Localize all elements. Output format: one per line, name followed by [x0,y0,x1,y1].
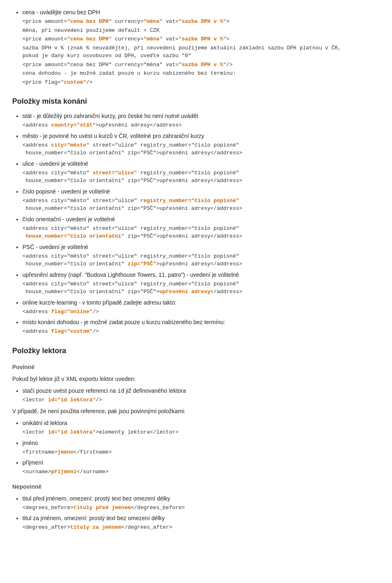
code-ulice: <address city="město" street="ulice" reg… [22,169,380,185]
code-stat: <address country="stát">upřesnění adresy… [22,121,380,129]
code-titul-pred: <degrees_before>tituly před jménem</degr… [22,504,380,512]
list-item-stat: stát - je důležitý pro zahraniční kurzy,… [22,112,380,129]
list-item-id: unikátní id lektora <lector id="id lekto… [22,419,380,436]
list-item-titul-pred: titul před jménem, omezení: prostý text … [22,494,380,512]
list-item-ulice: ulice - uvedení je volitelné <address ci… [22,160,380,185]
item-label: ulice - uvedení je volitelné [22,160,88,167]
intro-text-lektor: Pokud byl lektor již v XML exportu lekto… [12,375,380,383]
list-item-jmeno: jméno <firstname>jméno</firstname> [22,439,380,456]
list-item: cena - uvádějte cenu bez DPH <price amou… [22,8,380,86]
list-item-reference: stačí pouze uvést pouze referenci na id … [22,387,380,404]
item-label: jméno [22,440,38,446]
item-label: město - je povinné ho uvést u kurzů v ČR… [22,133,204,139]
code-block: cena dohodou - je možné zadat pouze u ku… [22,69,380,78]
section-title-lektor: Položky lektora [12,345,380,356]
item-label: PSČ - uvedení je volitelné [22,244,88,250]
subsection-nepovinne: Nepovinné [12,483,380,491]
item-label: unikátní id lektora [22,420,67,426]
code-prijmeni: <surname>příjmení</surname> [22,468,380,476]
code-jmeno: <firstname>jméno</firstname> [22,448,380,456]
list-item-psc: PSČ - uvedení je volitelné <address city… [22,243,380,268]
item-label: číslo orientační - uvedení je volitelné [22,216,115,223]
list-item-prijmeni: příjmení <surname>příjmení</surname> [22,458,380,476]
item-label: online kurz/e-learning - v tomto případě… [22,299,176,306]
intro-block: cena - uvádějte cenu bez DPH <price amou… [12,8,380,86]
code-block: měna, při neuvedení použijeme default = … [22,27,380,35]
list-item-custom-misto: místo konání dohodou - je možné zadat po… [22,318,380,336]
code-titul-za: <degrees_after>tituly za jménem</degrees… [22,523,380,532]
item-label: příjmení [22,459,43,466]
item-label: upřesnění adresy (např. "Budova Lighthou… [22,271,239,278]
item-label: titul za jménem, omezení: prostý text be… [22,515,165,521]
item-label: místo konání dohodou - je možné zadat po… [22,319,225,325]
section-misto: Položky místa konání stát - je důležitý … [12,96,380,336]
item-label: stát - je důležitý pro zahraniční kurzy,… [22,113,198,119]
item-label: titul před jménem, omezení: prostý text … [22,495,170,502]
code-block: <price flag="custom"/> [22,78,380,87]
code-id: <lector id="id lektora">elementy lektora… [22,428,380,436]
list-item-upresneni: upřesnění adresy (např. "Budova Lighthou… [22,271,380,296]
code-mesto: <address city="město" street="ulice" reg… [22,141,380,157]
subsection-povinne: Povinné [12,363,380,372]
code-block: <price amount="cena bez DPH" currency="m… [22,61,380,69]
code-cislo-popisne: <address city="město" street="ulice" reg… [22,197,380,213]
intro-text2-lektor: V případě, že není použita reference, pa… [12,407,380,416]
code-custom-misto: <address flag="custom"/> [22,327,380,336]
list-item-cislo-popisne: číslo popisné - uvedení je volitelné <ad… [22,187,380,213]
code-cislo-orientacni: <address city="město" street="ulice" reg… [22,225,380,240]
code-upresneni: <address city="město" street="ulice" reg… [22,280,380,296]
list-item-mesto: město - je povinné ho uvést u kurzů v ČR… [22,132,380,157]
code-block: sazba DPH v % (znak % neuvádějte), při n… [22,44,380,60]
code-online: <address flag="online"/> [22,308,380,316]
section-lektor: Položky lektora Povinné Pokud byl lektor… [12,345,380,532]
list-item-online: online kurz/e-learning - v tomto případě… [22,298,380,316]
code-block: <price amount="cena bez DPH" currency="m… [22,18,380,26]
section-title-misto: Položky místa konání [12,96,380,107]
code-reference: <lector id="id lektora"/> [22,396,380,404]
code-block: <price amount="cena bez DPH" currency="m… [22,35,380,43]
code-psc: <address city="město" street="ulice" reg… [22,252,380,268]
item-label: stačí pouze uvést pouze referenci na id … [22,387,186,394]
item-label: číslo popisné - uvedení je volitelné [22,188,110,195]
list-item-cislo-orientacni: číslo orientační - uvedení je volitelné … [22,215,380,240]
item-label: cena - uvádějte cenu bez DPH [22,9,100,16]
list-item-titul-za: titul za jménem, omezení: prostý text be… [22,514,380,532]
